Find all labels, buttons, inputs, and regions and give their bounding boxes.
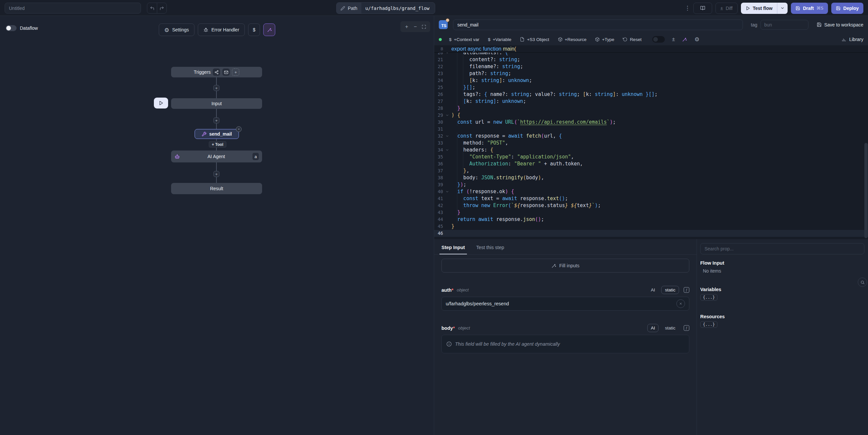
expression-mode-icon[interactable]: f	[684, 287, 689, 293]
add-tool-button[interactable]: + Tool	[209, 141, 226, 148]
path-label: Path	[348, 6, 358, 11]
code-line-38[interactable]: 38body: JSON.stringify(body),	[434, 174, 868, 181]
draft-button[interactable]: Draft ⌘S	[791, 3, 828, 14]
toolbar-context-var[interactable]: $+Context var	[449, 37, 479, 42]
toolbar-type[interactable]: +Type	[595, 37, 614, 42]
code-line-26[interactable]: 26tags?: { name?: string; value?: string…	[434, 91, 868, 98]
code-editor[interactable]: 20attachments?: {21content?: string;22fi…	[434, 45, 868, 239]
add-trigger-button[interactable]: +	[232, 68, 239, 76]
code-line-24[interactable]: 24[k: string]: unknown;	[434, 77, 868, 84]
code-line-23[interactable]: 23path?: string;	[434, 70, 868, 77]
code-line-45[interactable]: 45}	[434, 223, 868, 230]
prop-search-button[interactable]	[858, 278, 867, 287]
gear-icon[interactable]: ⚙	[694, 37, 699, 42]
save-to-workspace-button[interactable]: Save to workspace	[817, 22, 863, 27]
code-line-39[interactable]: 39});	[434, 181, 868, 188]
code-line-27[interactable]: 27[k: string]: unknown;	[434, 98, 868, 105]
prop-object-chip[interactable]: {...}	[700, 321, 717, 328]
code-line-28[interactable]: 28}	[434, 105, 868, 112]
code-line-44[interactable]: 44return await response.json();	[434, 216, 868, 223]
insert-step-button[interactable]: +	[213, 85, 219, 91]
fill-inputs-button[interactable]: Fill inputs	[441, 259, 689, 273]
tab-test-this-step[interactable]: Test this step	[476, 245, 504, 254]
field-type: object	[458, 325, 470, 331]
fold-chevron-icon[interactable]	[443, 147, 452, 154]
code-line-31[interactable]: 31	[434, 126, 868, 133]
undo-button[interactable]	[147, 3, 157, 13]
prop-object-chip[interactable]: {...}	[700, 294, 717, 301]
expression-mode-icon[interactable]: f	[684, 325, 689, 331]
node-ai-agent[interactable]: AI Agent a	[171, 151, 262, 162]
tab-step-input[interactable]: Step Input	[441, 245, 465, 254]
fold-chevron-icon[interactable]	[443, 112, 452, 119]
code-line-34[interactable]: 34headers: {	[434, 147, 868, 154]
mode-ai-option[interactable]: AI	[647, 324, 659, 332]
editor-scrollbar[interactable]	[864, 143, 868, 238]
node-send-mail-tool[interactable]: send_mail	[194, 129, 239, 139]
clear-field-button[interactable]	[676, 299, 685, 308]
editor-toolbar-items: $+Context var$+Variable+S3 Object+Resour…	[449, 37, 642, 42]
prop-section-variables: Variables	[700, 287, 864, 292]
deploy-button[interactable]: Deploy	[831, 3, 863, 14]
node-result[interactable]: Result	[171, 183, 262, 194]
toolbar-reset[interactable]: Reset	[623, 37, 641, 42]
line-number: 21	[434, 56, 443, 63]
wrench-icon	[202, 132, 207, 136]
mode-static-option[interactable]: static	[661, 324, 679, 332]
library-button[interactable]: Library	[841, 37, 863, 42]
line-number: 28	[434, 105, 443, 112]
mode-static-option[interactable]: static	[661, 286, 679, 294]
magic-wand-icon[interactable]	[682, 37, 687, 42]
code-text: "Content-Type": "application/json",	[452, 154, 574, 160]
script-name-input[interactable]	[453, 20, 743, 30]
code-line-36[interactable]: 36Authorization: "Bearer " + auth.token,	[434, 160, 868, 167]
code-line-41[interactable]: 41const text = await response.text();	[434, 195, 868, 202]
code-line-35[interactable]: 35"Content-Type": "application/json",	[434, 154, 868, 160]
code-line-42[interactable]: 42throw new Error(`${response.status} ${…	[434, 202, 868, 209]
code-line-32[interactable]: 32const response = await fetch(url, {	[434, 133, 868, 139]
diff-button[interactable]: ± Diff	[715, 3, 738, 14]
node-triggers[interactable]: Triggers +	[171, 67, 262, 77]
sticky-code-line: 8export async function main(	[434, 45, 868, 53]
line-number: 8	[434, 46, 443, 51]
line-number: 25	[434, 84, 443, 91]
code-line-21[interactable]: 21content?: string;	[434, 56, 868, 63]
editor-mini-toggle[interactable]	[652, 36, 665, 43]
code-line-30[interactable]: 30const url = new URL(`https://api.resen…	[434, 119, 868, 126]
toolbar-resource[interactable]: +Resource	[558, 37, 587, 42]
run-from-input-button[interactable]	[154, 98, 168, 108]
email-trigger-button[interactable]	[222, 68, 230, 76]
diff-icon[interactable]: ±	[672, 36, 675, 42]
code-line-33[interactable]: 33method: "POST",	[434, 139, 868, 147]
toolbar-variable[interactable]: $+Variable	[488, 37, 511, 42]
insert-step-button[interactable]: +	[213, 118, 219, 123]
mode-ai-option[interactable]: AI	[647, 286, 659, 294]
docs-button[interactable]	[693, 3, 712, 14]
test-flow-dropdown-button[interactable]	[777, 3, 787, 14]
code-line-37[interactable]: 37},	[434, 167, 868, 174]
search-prop-input[interactable]	[700, 243, 864, 254]
code-line-22[interactable]: 22filename?: string;	[434, 63, 868, 70]
more-menu-button[interactable]: ⋮	[685, 5, 690, 11]
redo-button[interactable]	[157, 3, 166, 13]
props-sidebar: Flow InputNo itemsVariables{...}Resource…	[696, 239, 868, 435]
code-line-46[interactable]: 46	[434, 230, 868, 237]
flow-name-input[interactable]	[5, 3, 141, 13]
code-text: content?: string;	[452, 56, 520, 63]
webhook-trigger-button[interactable]	[213, 68, 220, 76]
code-line-29[interactable]: 29) {	[434, 112, 868, 119]
insert-step-button[interactable]: +	[213, 171, 219, 177]
code-line-25[interactable]: 25}[];	[434, 84, 868, 91]
field-input-auth[interactable]: u/farhadglbs/peerless_resend	[441, 297, 689, 311]
tag-input[interactable]	[761, 20, 808, 30]
test-flow-button[interactable]: Test flow	[741, 3, 777, 14]
path-field[interactable]: Path u/farhadglbs/grand_flow	[336, 2, 435, 14]
prop-empty-label: No items	[700, 268, 864, 274]
code-line-43[interactable]: 43}	[434, 209, 868, 216]
fold-chevron-icon[interactable]	[443, 133, 452, 139]
node-input[interactable]: Input	[171, 98, 262, 109]
remove-tool-button[interactable]	[236, 126, 242, 132]
toolbar-s3-object[interactable]: +S3 Object	[520, 37, 549, 42]
code-line-40[interactable]: 40if (!response.ok) {	[434, 188, 868, 195]
fold-chevron-icon[interactable]	[443, 188, 452, 195]
